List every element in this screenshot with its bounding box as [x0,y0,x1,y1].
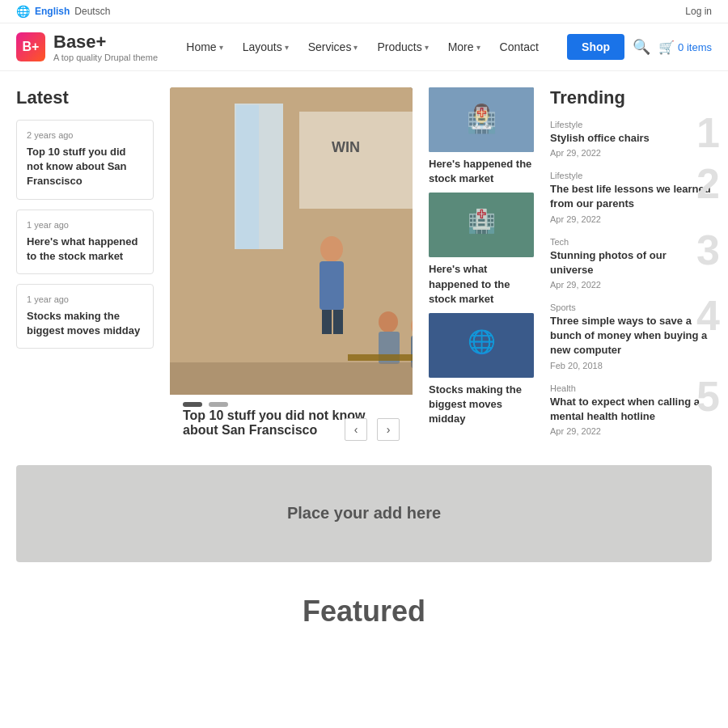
trending-item-5[interactable]: Health What to expect when calling a men… [550,383,712,436]
featured-section: Featured [0,562,728,645]
article-card-1[interactable]: 👨‍⚕️ Here's happened the stock market [429,87,534,186]
logo-name: Base+ [53,32,158,53]
article-img-svg-2: 🏥 [429,193,534,257]
cart[interactable]: 🛒 0 items [658,40,712,55]
trending-num-5: 5 [696,375,720,417]
svg-point-9 [379,311,398,332]
lang-english[interactable]: English [35,6,70,17]
ad-banner: Place your add here [16,465,712,562]
globe-icon: 🌐 [16,5,30,18]
svg-rect-15 [429,87,534,152]
latest-card-3[interactable]: 1 year ago Stocks making the biggest mov… [16,284,154,349]
nav-more[interactable]: More ▾ [440,34,489,60]
article-img-svg-1: 👨‍⚕️ [429,87,534,152]
trending-category-2: Lifestyle [550,171,712,180]
logo-subtitle: A top quality Drupal theme [53,53,158,62]
svg-rect-2 [236,105,259,249]
article-card-title-2: Here's what happened to the stock market [429,262,534,307]
trending-item-1[interactable]: Lifestyle Stylish office chairs Apr 29, … [550,120,712,158]
nav-contact[interactable]: Contact [492,34,547,60]
latest-card-title-3: Stocks making the biggest moves midday [27,309,143,338]
article-card-2[interactable]: 🏥 Here's what happened to the stock mark… [429,193,534,307]
shop-button[interactable]: Shop [567,34,624,60]
article-card-title-3: Stocks making the biggest moves midday [429,383,534,427]
latest-title: Latest [16,87,154,108]
article-card-3[interactable]: 🌐 Stocks making the biggest moves midday [429,313,534,427]
top-bar: 🌐 English Deutsch Log in [0,0,728,23]
trending-item-title-2: The best life lessons we learned from ou… [550,182,712,211]
trending-date-4: Feb 20, 2018 [550,361,712,370]
trending-category-5: Health [550,383,712,393]
trending-item-title-4: Three simple ways to save a bunch of mon… [550,314,712,358]
svg-point-5 [320,236,343,262]
nav-right: Shop 🔍 🛒 0 items [567,34,712,60]
trending-item-title-5: What to expect when calling a mental hea… [550,395,712,424]
trending-item-3[interactable]: Tech Stunning photos of our universe Apr… [550,237,712,290]
article-img-svg-3: 🌐 [429,313,534,378]
nav-more-label: More [448,40,474,53]
latest-card-1[interactable]: 2 years ago Top 10 stuff you did not kno… [16,120,154,200]
svg-text:👨‍⚕️: 👨‍⚕️ [468,103,496,129]
article-cards: 👨‍⚕️ Here's happened the stock market 🏥 … [429,87,534,449]
trending-item-title-1: Stylish office chairs [550,131,712,146]
nav-layouts-label: Layouts [243,40,282,53]
logo-icon: B+ [16,32,45,61]
main-nav: Home ▾ Layouts ▾ Services ▾ Products ▾ M… [174,34,551,60]
trending-category-4: Sports [550,303,712,312]
trending-num-2: 2 [696,163,720,205]
header: B+ Base+ A top quality Drupal theme Home… [0,23,728,71]
nav-more-arrow: ▾ [476,43,480,52]
nav-products[interactable]: Products ▾ [369,34,436,60]
slider-arrows: ‹ › [345,418,400,441]
slider-dot-2[interactable] [209,402,228,407]
svg-text:WIN: WIN [332,139,360,155]
logo-text: Base+ A top quality Drupal theme [53,32,158,62]
trending-date-2: Apr 29, 2022 [550,214,712,224]
svg-rect-13 [348,354,413,361]
latest-card-2[interactable]: 1 year ago Here's what happened to the s… [16,210,154,274]
svg-rect-6 [320,261,344,310]
hero-image-bg: WIN [170,87,413,395]
nav-home-arrow: ▾ [219,43,223,52]
nav-home-label: Home [186,40,216,53]
logo[interactable]: B+ Base+ A top quality Drupal theme [16,32,158,62]
cart-count: 0 items [678,41,712,53]
language-selector: 🌐 English Deutsch [16,5,110,18]
hero-svg: WIN [170,87,413,395]
nav-services[interactable]: Services ▾ [300,34,366,60]
trending-num-3: 3 [696,229,720,271]
nav-home[interactable]: Home ▾ [178,34,231,60]
login-link[interactable]: Log in [685,6,712,17]
cart-icon: 🛒 [658,40,675,55]
trending-content-4: Sports Three simple ways to save a bunch… [550,303,712,370]
trending-item-2[interactable]: Lifestyle The best life lessons we learn… [550,171,712,223]
nav-products-label: Products [377,40,421,53]
svg-rect-7 [322,310,332,334]
nav-products-arrow: ▾ [425,43,429,52]
lang-deutsch[interactable]: Deutsch [74,6,110,17]
trending-item-4[interactable]: Sports Three simple ways to save a bunch… [550,303,712,370]
trending-content-1: Lifestyle Stylish office chairs Apr 29, … [550,120,712,158]
nav-services-label: Services [308,40,352,53]
svg-rect-3 [299,112,413,209]
latest-card-title-2: Here's what happened to the stock market [27,235,143,264]
search-button[interactable]: 🔍 [633,38,650,56]
prev-arrow[interactable]: ‹ [345,418,367,441]
slider-dot-1[interactable] [183,402,202,407]
nav-layouts[interactable]: Layouts ▾ [235,34,297,60]
article-card-img-2: 🏥 [429,193,534,257]
nav-layouts-arrow: ▾ [285,43,289,52]
ad-text: Place your add here [287,504,441,523]
svg-text:🏥: 🏥 [468,208,496,235]
svg-rect-14 [170,362,413,395]
article-card-img-1: 👨‍⚕️ [429,87,534,152]
latest-time-2: 1 year ago [27,220,143,230]
trending-num-1: 1 [696,112,720,154]
hero-slider: WIN Top 10 stu [170,87,413,449]
latest-section: Latest 2 years ago Top 10 stuff you did … [16,87,154,449]
slider-dots [183,402,228,407]
next-arrow[interactable]: › [377,418,400,441]
nav-services-arrow: ▾ [353,43,358,52]
trending-date-3: Apr 29, 2022 [550,280,712,290]
latest-time-1: 2 years ago [27,130,143,140]
